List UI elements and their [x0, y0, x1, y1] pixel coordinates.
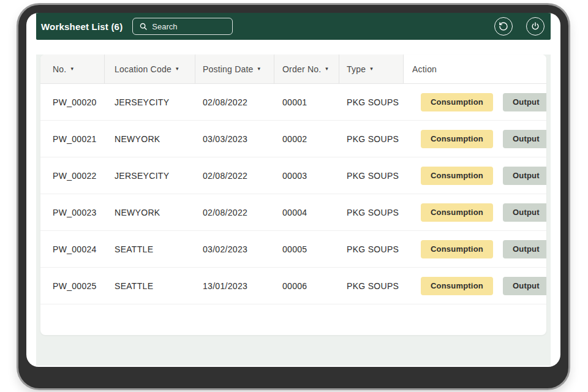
refresh-button[interactable] — [494, 17, 513, 36]
cell-posting-date: 03/03/2023 — [203, 134, 282, 144]
search-input[interactable] — [152, 22, 226, 31]
chevron-down-icon: ▾ — [176, 66, 179, 72]
chevron-down-icon: ▾ — [70, 66, 74, 72]
column-header-location-code[interactable]: Location Code ▾ — [105, 55, 195, 83]
cell-order-no: 00002 — [282, 134, 347, 144]
column-header-order-no[interactable]: Order No. ▾ — [274, 55, 339, 83]
cell-type: PKG SOUPS — [347, 134, 412, 144]
column-header-label: Type — [347, 64, 366, 74]
cell-actions: Consumption Output — [412, 203, 546, 222]
worksheet-table-card: No. ▾ Location Code ▾ Posting Date ▾ O — [40, 55, 546, 335]
cell-actions: Consumption Output — [412, 130, 546, 148]
column-header-type[interactable]: Type ▾ — [339, 55, 404, 83]
output-button[interactable]: Output — [503, 240, 546, 258]
table-row: PW_00020 JERSEYCITY 02/08/2022 00001 PKG… — [40, 84, 546, 121]
table-row: PW_00025 SEATTLE 13/01/2023 00006 PKG SO… — [40, 268, 546, 304]
consumption-button[interactable]: Consumption — [421, 240, 493, 258]
output-button[interactable]: Output — [503, 203, 546, 222]
output-button[interactable]: Output — [503, 130, 546, 148]
consumption-button[interactable]: Consumption — [421, 203, 493, 222]
consumption-button[interactable]: Consumption — [421, 93, 493, 111]
cell-posting-date: 13/01/2023 — [203, 281, 282, 291]
tablet-screen: Worksheet List (6) — [26, 13, 560, 367]
page-title: Worksheet List (6) — [41, 21, 123, 32]
cell-actions: Consumption Output — [412, 93, 546, 111]
column-header-posting-date[interactable]: Posting Date ▾ — [195, 55, 274, 83]
table-header-row: No. ▾ Location Code ▾ Posting Date ▾ O — [40, 55, 546, 84]
cell-posting-date: 03/02/2023 — [203, 244, 282, 254]
cell-location-code: JERSEYCITY — [115, 97, 203, 107]
cell-order-no: 00001 — [282, 97, 347, 107]
cell-order-no: 00005 — [282, 244, 347, 254]
cell-order-no: 00004 — [282, 208, 347, 217]
cell-order-no: 00006 — [282, 281, 347, 291]
cell-location-code: JERSEYCITY — [115, 171, 203, 181]
power-button[interactable] — [526, 17, 545, 36]
cell-type: PKG SOUPS — [347, 208, 412, 217]
output-button[interactable]: Output — [503, 277, 546, 295]
table-row: PW_00024 SEATTLE 03/02/2023 00005 PKG SO… — [40, 231, 546, 268]
app-window: Worksheet List (6) — [36, 13, 551, 366]
chevron-down-icon: ▾ — [370, 66, 373, 72]
cell-type: PKG SOUPS — [347, 244, 412, 254]
search-icon — [139, 22, 148, 31]
output-button[interactable]: Output — [503, 167, 546, 185]
cell-actions: Consumption Output — [412, 167, 546, 185]
cell-actions: Consumption Output — [412, 240, 546, 258]
cell-no: PW_00020 — [53, 97, 115, 107]
column-header-no[interactable]: No. ▾ — [40, 55, 105, 83]
cell-type: PKG SOUPS — [347, 281, 412, 291]
chevron-down-icon: ▾ — [325, 66, 328, 72]
cell-location-code: SEATTLE — [115, 244, 203, 254]
column-header-label: Location Code — [115, 64, 172, 74]
power-icon — [530, 21, 540, 31]
cell-type: PKG SOUPS — [347, 171, 412, 181]
cell-posting-date: 02/08/2022 — [203, 208, 282, 217]
cell-no: PW_00025 — [53, 281, 115, 291]
cell-posting-date: 02/08/2022 — [203, 97, 282, 107]
consumption-button[interactable]: Consumption — [421, 167, 493, 185]
cell-order-no: 00003 — [282, 171, 347, 181]
chevron-down-icon: ▾ — [258, 66, 261, 72]
cell-no: PW_00024 — [53, 244, 115, 254]
cell-location-code: NEWYORK — [115, 208, 203, 217]
column-header-action: Action — [404, 55, 546, 83]
cell-type: PKG SOUPS — [347, 97, 412, 107]
cell-no: PW_00021 — [53, 134, 115, 144]
tablet-frame: Worksheet List (6) — [18, 5, 568, 388]
app-bar: Worksheet List (6) — [36, 13, 551, 40]
table-row: PW_00021 NEWYORK 03/03/2023 00002 PKG SO… — [40, 121, 546, 157]
table-row: PW_00023 NEWYORK 02/08/2022 00004 PKG SO… — [40, 194, 546, 231]
column-header-label: No. — [53, 64, 66, 74]
search-box — [132, 18, 233, 35]
refresh-icon — [499, 21, 508, 31]
cell-location-code: SEATTLE — [115, 281, 203, 291]
app-bar-actions — [494, 17, 545, 36]
column-header-label: Order No. — [282, 64, 321, 74]
cell-location-code: NEWYORK — [115, 134, 203, 144]
cell-actions: Consumption Output — [412, 277, 546, 295]
consumption-button[interactable]: Consumption — [421, 130, 493, 148]
cell-no: PW_00023 — [53, 208, 115, 217]
column-header-label: Posting Date — [203, 64, 254, 74]
content-area: No. ▾ Location Code ▾ Posting Date ▾ O — [36, 55, 551, 366]
table-row: PW_00022 JERSEYCITY 02/08/2022 00003 PKG… — [40, 157, 546, 194]
output-button[interactable]: Output — [503, 93, 546, 111]
cell-posting-date: 02/08/2022 — [203, 171, 282, 181]
column-header-label: Action — [412, 64, 437, 74]
cell-no: PW_00022 — [53, 171, 115, 181]
consumption-button[interactable]: Consumption — [421, 277, 493, 295]
